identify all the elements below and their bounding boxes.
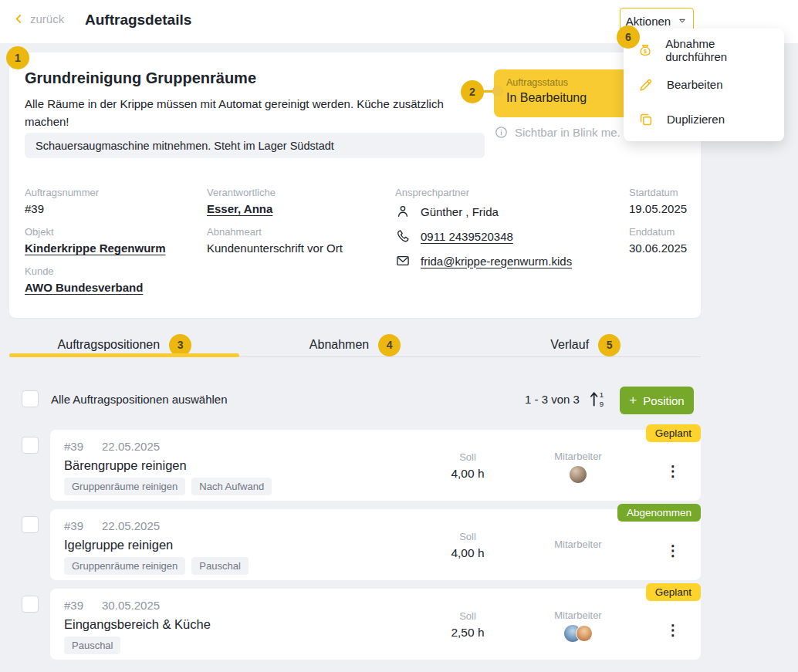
row-meta: #39 22.05.2025 xyxy=(64,519,160,532)
status-label: Auftragsstatus xyxy=(506,77,634,88)
soll-label: Soll xyxy=(421,610,515,622)
avatar xyxy=(570,466,587,483)
row-checkbox-3[interactable] xyxy=(22,596,39,613)
position-number: #39 xyxy=(64,599,83,612)
duplicate-icon xyxy=(637,111,654,128)
row-menu-button[interactable]: ⋮ xyxy=(663,539,683,562)
soll-value: 4,00 h xyxy=(421,546,515,560)
order-note: Schauersaugmaschine mitnehmen. Steht im … xyxy=(25,133,485,158)
soll-column: Soll 2,50 h xyxy=(421,610,515,640)
contact-phone-row: 0911 2439520348 xyxy=(395,228,513,244)
avatar xyxy=(576,625,593,642)
tab-abnahmen[interactable]: Abnahmen 4 xyxy=(240,332,471,358)
tag: Pauschal xyxy=(191,557,248,575)
field-startdatum: Startdatum 19.05.2025 xyxy=(629,187,687,215)
add-position-button[interactable]: + Position xyxy=(620,387,694,414)
menu-item-duplizieren[interactable]: Duplizieren xyxy=(624,102,784,137)
field-label: Auftragsnummer xyxy=(25,187,99,198)
field-objekt: Objekt Kinderkrippe Regenwurm xyxy=(25,226,166,255)
menu-item-abnahme-durchfuehren[interactable]: $ Abnahme durchführen xyxy=(624,32,784,67)
soll-column: Soll 4,00 h xyxy=(421,531,515,560)
annotation-5: 5 xyxy=(598,334,620,356)
mitarbeiter-label: Mitarbeiter xyxy=(543,610,614,621)
annotation-1: 1 xyxy=(6,46,29,69)
menu-item-label: Duplizieren xyxy=(667,113,725,126)
chevron-down-icon xyxy=(677,15,688,26)
position-date: 22.05.2025 xyxy=(102,519,160,532)
order-title: Grundreinigung Gruppenräume xyxy=(25,69,256,87)
order-details-page: zurück Auftragsdetails Aktionen $ Abnahm… xyxy=(0,0,798,672)
position-row-1: Geplant #39 22.05.2025 Bärengruppe reini… xyxy=(50,430,701,501)
order-status-box: Auftragsstatus In Bearbeitung xyxy=(494,69,634,117)
page-title: Auftragsdetails xyxy=(85,12,191,29)
tag: Pauschal xyxy=(64,637,120,654)
soll-label: Soll xyxy=(421,451,515,463)
order-summary-card: Grundreinigung Gruppenräume Alle Räume i… xyxy=(9,52,701,318)
position-tags: Gruppenräume reinigen Nach Aufwand xyxy=(64,478,272,495)
back-link[interactable]: zurück xyxy=(12,12,64,25)
row-menu-button[interactable]: ⋮ xyxy=(663,459,683,482)
objekt-link[interactable]: Kinderkrippe Regenwurm xyxy=(25,241,166,255)
soll-column: Soll 4,00 h xyxy=(421,451,515,481)
mitarbeiter-label: Mitarbeiter xyxy=(543,539,614,550)
position-number: #39 xyxy=(64,519,83,532)
row-meta: #39 22.05.2025 xyxy=(64,440,160,453)
kunde-link[interactable]: AWO Bundesverband xyxy=(25,281,143,294)
svg-text:1: 1 xyxy=(600,390,604,399)
field-auftragsnummer: Auftragsnummer #39 xyxy=(25,187,99,215)
mitarbeiter-column: Mitarbeiter xyxy=(543,539,614,550)
contact-email-link[interactable]: frida@krippe-regenwurm.kids xyxy=(421,255,572,268)
select-all-label: Alle Auftragspositionen auswählen xyxy=(51,393,228,406)
person-icon xyxy=(395,204,411,219)
row-checkbox-1[interactable] xyxy=(22,437,39,454)
plus-icon: + xyxy=(629,393,637,408)
field-abnahmeart: Abnahmeart Kundenunterschrift vor Ort xyxy=(207,226,343,255)
annotation-2-dot xyxy=(492,86,503,96)
mitarbeiter-column: Mitarbeiter xyxy=(543,451,614,483)
mitarbeiter-column: Mitarbeiter xyxy=(543,610,614,642)
annotation-2: 2 xyxy=(461,80,484,103)
soll-value: 2,50 h xyxy=(421,626,515,640)
info-icon xyxy=(494,125,509,140)
phone-icon xyxy=(395,228,411,244)
annotation-6: 6 xyxy=(617,25,640,49)
row-checkbox-2[interactable] xyxy=(22,516,39,533)
verantwortliche-link[interactable]: Esser, Anna xyxy=(207,202,276,215)
menu-item-label: Bearbeiten xyxy=(667,78,723,91)
soll-value: 4,00 h xyxy=(421,467,515,481)
row-menu-button[interactable]: ⋮ xyxy=(663,618,683,641)
tab-verlauf[interactable]: Verlauf 5 xyxy=(470,332,701,358)
field-label: Startdatum xyxy=(629,187,687,198)
field-label: Enddatum xyxy=(629,226,687,238)
svg-text:9: 9 xyxy=(600,400,604,408)
order-note-text: Schauersaugmaschine mitnehmen. Steht im … xyxy=(36,140,334,152)
field-kunde: Kunde AWO Bundesverband xyxy=(25,265,143,294)
field-verantwortliche: Verantwortliche Esser, Anna xyxy=(207,187,276,215)
tab-label: Abnahmen xyxy=(309,338,369,352)
tag: Nach Aufwand xyxy=(191,478,272,495)
field-ansprechpartner: Ansprechpartner xyxy=(395,187,469,202)
select-all-checkbox[interactable] xyxy=(22,390,39,407)
status-badge: Geplant xyxy=(646,424,701,442)
avatar-group xyxy=(543,466,614,483)
row-meta: #39 30.05.2025 xyxy=(64,599,160,612)
menu-item-bearbeiten[interactable]: Bearbeiten xyxy=(624,67,784,102)
status-value: In Bearbeitung xyxy=(506,91,634,105)
order-description: Alle Räume in der Krippe müssen mit Auto… xyxy=(25,95,462,130)
pagination-text: 1 - 3 von 3 xyxy=(525,393,580,406)
field-label: Abnahmeart xyxy=(207,226,343,238)
status-badge: Abgenommen xyxy=(617,504,701,522)
field-value: 19.05.2025 xyxy=(629,202,687,215)
contact-name-row: Günther , Frida xyxy=(395,204,499,219)
field-enddatum: Enddatum 30.06.2025 xyxy=(629,226,687,255)
contact-name: Günther , Frida xyxy=(421,205,499,218)
annotation-4: 4 xyxy=(378,334,401,356)
visibility-hint-text: Sichtbar in Blink me. xyxy=(515,126,620,139)
back-label: zurück xyxy=(30,12,64,25)
mail-icon xyxy=(395,253,411,268)
position-number: #39 xyxy=(64,440,83,453)
position-title: Igelgruppe reinigen xyxy=(64,538,173,552)
sort-button[interactable]: 1 9 xyxy=(587,388,610,411)
field-value: #39 xyxy=(25,202,99,215)
contact-phone-link[interactable]: 0911 2439520348 xyxy=(421,230,513,243)
